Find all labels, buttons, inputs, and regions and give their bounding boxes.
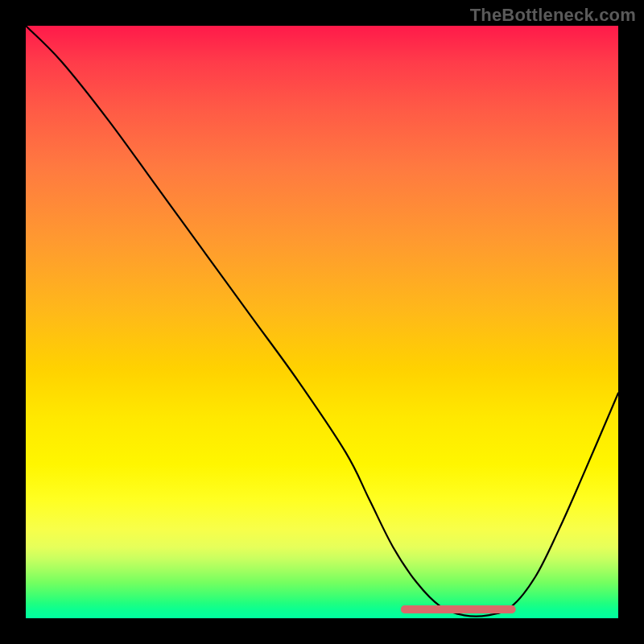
watermark-text: TheBottleneck.com	[470, 5, 636, 26]
bottleneck-curve-svg	[26, 26, 618, 618]
optimal-range-end-dot	[508, 605, 516, 613]
plot-area	[26, 26, 618, 618]
bottleneck-curve-path	[26, 26, 618, 617]
chart-frame: TheBottleneck.com	[0, 0, 644, 644]
optimal-range-start-dot	[401, 605, 409, 613]
